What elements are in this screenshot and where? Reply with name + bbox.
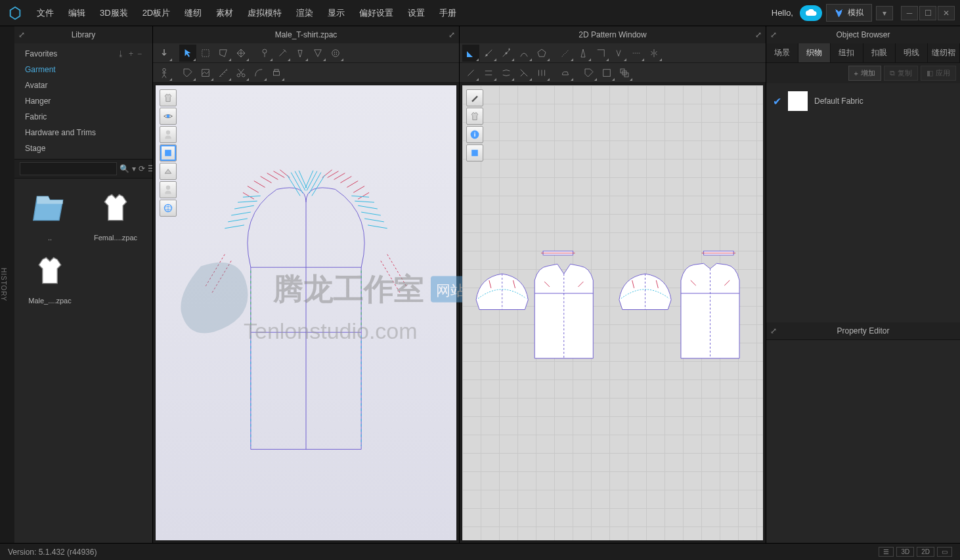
tool-select[interactable] <box>179 45 196 62</box>
tool-sync[interactable] <box>156 45 173 62</box>
search-icon[interactable]: 🔍 <box>120 164 129 173</box>
expand-icon[interactable]: ⤢ <box>755 30 762 39</box>
tool-2d-edit-point[interactable] <box>480 45 497 62</box>
tool-edit-texture[interactable] <box>179 64 196 81</box>
expand-icon[interactable]: ⤢ <box>770 326 956 335</box>
tool-2d-edit-texture[interactable] <box>580 64 598 81</box>
tool-2d-seam[interactable] <box>628 45 645 62</box>
refresh-icon[interactable]: ⟳ <box>139 164 145 173</box>
lib-item-stage[interactable]: Stage <box>14 140 152 156</box>
lib-item-avatar[interactable]: Avatar <box>14 77 152 93</box>
status-bar: Version: 5.1.432 (r44936) ☰ 3D 2D ▭ <box>0 543 960 560</box>
tool-2d-edit-sewing[interactable] <box>462 64 479 81</box>
menu-3d-garment[interactable]: 3D服装 <box>93 3 135 23</box>
expand-icon[interactable]: ⤢ <box>18 30 25 39</box>
thumb-male-shirt[interactable]: Male_....zpac <box>20 247 80 305</box>
menu-avatar[interactable]: 虚拟模特 <box>241 3 288 23</box>
remove-icon[interactable]: − <box>137 49 142 58</box>
tool-box-select[interactable] <box>197 45 214 62</box>
tool-2d-iron[interactable] <box>557 64 574 81</box>
svg-line-28 <box>347 181 358 188</box>
check-icon[interactable]: ✔ <box>773 95 781 108</box>
menu-display[interactable]: 显示 <box>321 3 351 23</box>
add-icon[interactable]: + <box>129 49 133 58</box>
lib-item-fabric[interactable]: Fabric <box>14 109 152 125</box>
tab-pucker[interactable]: 缝纫褶 <box>928 43 960 62</box>
tool-2d-curve[interactable] <box>515 45 533 62</box>
vertical-tabs[interactable]: HISTORY MODULAR CONFIGURATOR <box>0 26 14 543</box>
dropdown-button[interactable]: ▾ <box>876 6 893 20</box>
menu-bar: 文件 编辑 3D服装 2D板片 缝纫 素材 虚拟模特 渲染 显示 偏好设置 设置… <box>0 0 960 26</box>
menu-preferences[interactable]: 偏好设置 <box>353 3 400 23</box>
status-mode-3d[interactable]: 3D <box>896 547 914 557</box>
lib-item-favorites[interactable]: Favorites ⭳ + − <box>14 46 152 62</box>
simulate-button[interactable]: ⮟ 模拟 <box>826 4 872 22</box>
tool-graphic[interactable] <box>197 64 214 81</box>
download-icon[interactable]: ⭳ <box>117 49 125 58</box>
tool-2d-transform[interactable] <box>462 45 479 62</box>
menu-settings[interactable]: 设置 <box>401 3 431 23</box>
tool-measure[interactable] <box>215 64 232 81</box>
status-mode-4[interactable]: ▭ <box>937 547 952 557</box>
thumb-parent-folder[interactable]: .. <box>20 184 80 242</box>
minimize-button[interactable]: ─ <box>901 6 918 20</box>
tool-2d-graphic[interactable] <box>598 64 615 81</box>
copy-button[interactable]: ⧉复制 <box>884 66 918 81</box>
expand-icon[interactable]: ⤢ <box>448 30 455 39</box>
lib-item-garment[interactable]: Garment <box>14 62 152 77</box>
tool-2d-dart[interactable] <box>575 45 592 62</box>
tab-fabric[interactable]: 织物 <box>798 43 831 62</box>
tool-sewing[interactable] <box>274 45 291 62</box>
tool-2d-notch[interactable] <box>610 45 627 62</box>
fabric-swatch[interactable] <box>788 91 808 111</box>
tool-2d-free-sewing[interactable] <box>498 64 515 81</box>
tab-button[interactable]: 纽扣 <box>831 43 863 62</box>
thumb-female-shirt[interactable]: Femal....zpac <box>85 184 146 242</box>
status-mode-1[interactable]: ☰ <box>879 547 894 557</box>
apply-button[interactable]: ◧应用 <box>921 66 956 81</box>
menu-2d-pattern[interactable]: 2D板片 <box>136 3 177 23</box>
menu-manual[interactable]: 手册 <box>433 3 463 23</box>
tool-2d-symmetry[interactable] <box>645 45 663 62</box>
canvas-2d[interactable]: i <box>462 85 763 540</box>
object-item[interactable]: ✔ Default Fabric <box>773 89 953 114</box>
library-search-input[interactable] <box>20 162 117 175</box>
menu-material[interactable]: 素材 <box>209 3 240 23</box>
lib-item-hanger[interactable]: Hanger <box>14 93 152 109</box>
menu-render[interactable]: 渲染 <box>290 3 320 23</box>
tool-2d-segment-sewing[interactable] <box>480 64 497 81</box>
tool-2d-trace[interactable] <box>592 45 609 62</box>
close-button[interactable]: ✕ <box>938 6 955 20</box>
lib-item-hardware[interactable]: Hardware and Trims <box>14 125 152 140</box>
menu-sewing[interactable]: 缝纫 <box>178 3 208 23</box>
cloud-button[interactable] <box>800 5 822 21</box>
canvas-3d[interactable]: 腾龙工作室 网站 Tenlonstudio.com <box>156 85 456 540</box>
tool-2d-fold[interactable] <box>515 64 533 81</box>
tool-2d-polygon[interactable] <box>533 45 550 62</box>
tab-scene[interactable]: 场景 <box>766 43 798 62</box>
tool-scissors[interactable] <box>232 64 250 81</box>
tool-2d-add-point[interactable] <box>498 45 515 62</box>
dropdown-icon[interactable]: ▾ <box>132 164 136 173</box>
vtab-history[interactable]: HISTORY <box>0 268 7 301</box>
tool-lasso[interactable] <box>215 45 232 62</box>
tool-print[interactable] <box>268 64 285 81</box>
add-button[interactable]: +增加 <box>848 66 881 81</box>
status-mode-2d[interactable]: 2D <box>917 547 934 557</box>
tool-2d-grading[interactable] <box>616 64 633 81</box>
maximize-button[interactable]: ☐ <box>919 6 936 20</box>
expand-icon[interactable]: ⤢ <box>770 30 956 39</box>
tool-tack[interactable] <box>292 45 309 62</box>
menu-file[interactable]: 文件 <box>30 3 60 23</box>
tool-2d-pleat[interactable] <box>533 64 550 81</box>
tool-mesh-select[interactable] <box>232 45 250 62</box>
tool-avatar-pose[interactable] <box>156 64 173 81</box>
tool-pin[interactable] <box>256 45 273 62</box>
tool-button[interactable] <box>327 45 344 62</box>
tool-fold[interactable] <box>309 45 326 62</box>
menu-edit[interactable]: 编辑 <box>62 3 92 23</box>
tab-topstitch[interactable]: 明线 <box>896 43 928 62</box>
tool-trace[interactable] <box>250 64 267 81</box>
tool-2d-internal-line[interactable] <box>557 45 574 62</box>
tab-buttonhole[interactable]: 扣眼 <box>863 43 896 62</box>
